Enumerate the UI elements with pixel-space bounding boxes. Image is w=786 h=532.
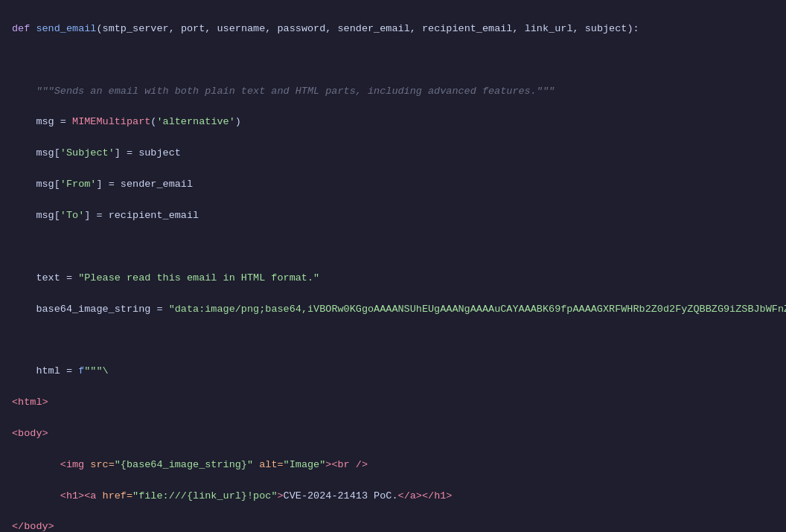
- line-12: html = f"""\: [0, 364, 786, 379]
- line-14: <body>: [0, 426, 786, 442]
- line-6: msg['From'] = sender_email: [0, 177, 786, 193]
- line-1: def send_email(smtp_server, port, userna…: [0, 22, 786, 37]
- line-5: msg['Subject'] = subject: [0, 146, 786, 161]
- line-11: [0, 333, 786, 348]
- line-13: <html>: [0, 395, 786, 411]
- line-15: <img src="{base64_image_string}" alt="Im…: [0, 458, 786, 473]
- line-17: </body>: [0, 519, 786, 532]
- code-editor: def send_email(smtp_server, port, userna…: [0, 0, 786, 532]
- line-9: text = "Please read this email in HTML f…: [0, 271, 786, 286]
- line-16: <h1><a href="file:///{link_url}!poc">CVE…: [0, 489, 786, 504]
- line-7: msg['To'] = recipient_email: [0, 208, 786, 224]
- line-3: """Sends an email with both plain text a…: [0, 84, 786, 100]
- line-8: [0, 240, 786, 255]
- line-2: [0, 53, 786, 68]
- line-10: base64_image_string = "data:image/png;ba…: [0, 302, 786, 318]
- line-4: msg = MIMEMultipart('alternative'): [0, 115, 786, 130]
